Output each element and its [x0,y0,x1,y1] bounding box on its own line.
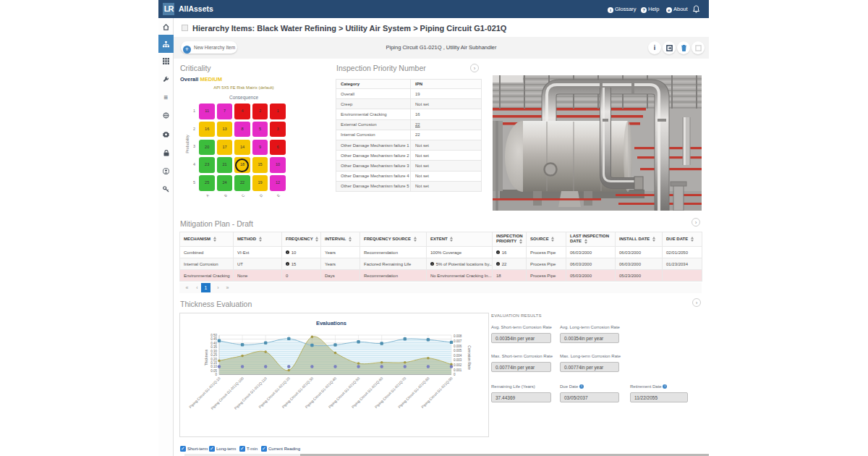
svg-text:0.30: 0.30 [210,349,217,352]
svg-text:0.007: 0.007 [454,339,462,342]
svg-text:0.005: 0.005 [454,349,462,352]
svg-text:0.006: 0.006 [454,344,462,347]
svg-text:0.45: 0.45 [210,337,217,341]
svg-text:0.002: 0.002 [454,363,462,367]
svg-text:0.40: 0.40 [210,341,217,345]
svg-text:0.15: 0.15 [210,360,217,364]
svg-text:0.25: 0.25 [210,353,217,357]
svg-text:0: 0 [454,373,456,376]
svg-text:0.05: 0.05 [210,368,217,372]
svg-text:0.004: 0.004 [454,353,462,357]
svg-text:Thickness: Thickness [204,349,208,366]
svg-text:0.10: 0.10 [210,365,217,368]
svg-text:0.50: 0.50 [210,333,217,337]
svg-text:Evaluations: Evaluations [316,319,346,326]
svg-text:0.008: 0.008 [454,334,462,338]
svg-text:0.35: 0.35 [210,345,217,349]
svg-text:0.001: 0.001 [454,368,462,371]
svg-text:Corrosion Rate: Corrosion Rate [467,345,472,370]
svg-text:0.003: 0.003 [454,358,462,362]
svg-text:0.20: 0.20 [210,357,217,360]
